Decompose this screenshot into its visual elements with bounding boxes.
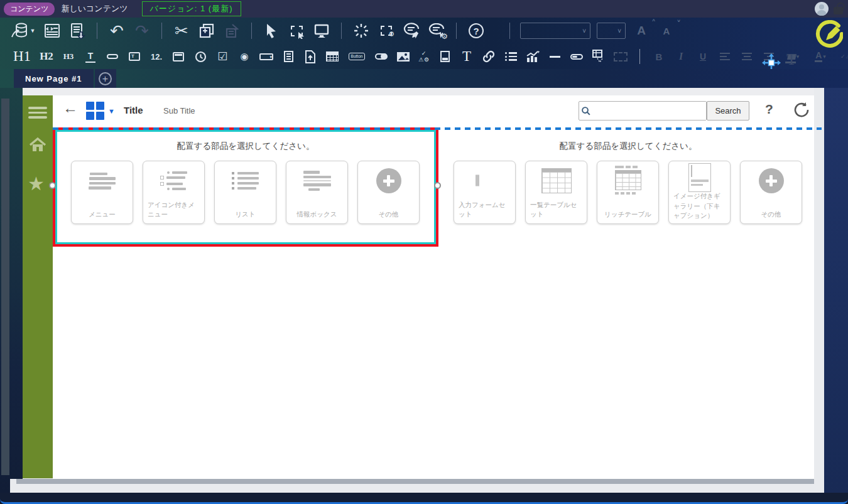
drop-guide-line — [53, 127, 822, 130]
copy-icon[interactable] — [197, 21, 216, 41]
image-icon[interactable] — [395, 47, 411, 66]
hyperlink-icon[interactable] — [481, 47, 497, 66]
cut-icon[interactable]: ✂ — [172, 21, 191, 41]
topbar: コンテンツ 新しいコンテンツ バージョン: 1 (最新) — [0, 0, 848, 18]
save-dropdown-caret[interactable]: ▼ — [30, 28, 36, 34]
bottombar — [0, 493, 848, 504]
align-center-icon — [739, 47, 755, 66]
font-size-select[interactable]: ˅ — [597, 23, 626, 39]
italic-button: I — [673, 47, 689, 66]
horizontal-scrollbar[interactable] — [10, 479, 824, 493]
help-icon[interactable]: ? — [467, 21, 486, 41]
home-icon[interactable] — [29, 137, 46, 156]
save-stack-icon[interactable]: ▼ — [9, 21, 36, 41]
page-subtitle: Sub Title — [163, 106, 195, 115]
refresh-icon[interactable] — [793, 102, 809, 121]
user-avatar-icon[interactable] — [815, 2, 829, 16]
toolbar: ▼ ↶ ↷ ✂ — [0, 18, 848, 69]
tile-info-box[interactable]: 情報ボックス — [286, 161, 348, 224]
page-tab[interactable]: New Page #1 — [14, 69, 94, 88]
heading3-button[interactable]: H3 — [60, 47, 77, 66]
favorite-star-icon[interactable]: ★ — [28, 174, 45, 193]
plus-icon: + — [99, 72, 112, 85]
add-page-button[interactable]: + — [95, 69, 116, 88]
number-field-icon[interactable]: 12. — [148, 47, 165, 66]
tile-icon-menu[interactable]: アイコン付きメニュー — [143, 161, 205, 224]
checkbox-icon[interactable]: ☑ — [214, 47, 231, 66]
tile-other-left[interactable]: その他 — [357, 161, 420, 224]
table-action-icon[interactable] — [590, 47, 607, 66]
tile-form-set[interactable]: 入力フォームセット — [454, 161, 516, 224]
text-field-icon[interactable]: T — [82, 47, 99, 66]
right-panel-tiles: 入力フォームセット 一覧テーブルセット リッチテーブル — [454, 161, 802, 224]
pointer-icon[interactable] — [262, 21, 281, 41]
tile-rich-table[interactable]: リッチテーブル — [597, 161, 659, 224]
tile-image-gallery[interactable]: イメージ付きギャラリー（下キャプション） — [668, 161, 731, 224]
radio-button-icon[interactable]: ◉ — [236, 47, 253, 66]
resize-handle-left[interactable] — [49, 182, 56, 189]
redo-icon: ↷ — [133, 21, 151, 41]
search-icon — [579, 104, 593, 118]
region-settings-icon[interactable]: ⚙ — [377, 21, 396, 41]
horizontal-rule-icon[interactable] — [546, 47, 563, 66]
dropdown-icon[interactable]: ▾ — [258, 47, 275, 66]
burst-icon[interactable] — [352, 21, 371, 41]
table-icon[interactable] — [324, 47, 340, 66]
heading1-button[interactable]: H1 — [11, 47, 33, 66]
region-select-icon[interactable] — [287, 21, 306, 41]
content-title: 新しいコンテンツ — [61, 3, 128, 14]
right-panel-header: 配置する部品を選択してください。 — [440, 141, 817, 152]
unlock-icon[interactable] — [834, 7, 843, 14]
preview-monitor-icon[interactable] — [312, 21, 331, 41]
chart-icon[interactable] — [525, 47, 541, 66]
tile-menu[interactable]: メニュー — [71, 161, 133, 224]
heading2-button[interactable]: H2 — [38, 47, 55, 66]
workspace: ★ ← ▼ Title Sub Title Search ? 配置する部品を選択… — [0, 88, 848, 493]
vertical-scrollbar-thumb[interactable] — [1, 99, 9, 475]
edit-mode-pencil-icon[interactable] — [814, 20, 843, 51]
form-set-icon — [454, 161, 515, 200]
bullet-list-icon[interactable] — [503, 47, 519, 66]
canvas-help-icon[interactable]: ? — [765, 102, 773, 117]
tile-other-right[interactable]: その他 — [740, 161, 802, 224]
horizontal-scrollbar-thumb[interactable] — [16, 479, 814, 484]
icon-menu-icon — [143, 161, 204, 200]
search-box[interactable] — [579, 101, 707, 121]
button-widget-icon[interactable]: Button — [346, 47, 367, 66]
undo-icon[interactable]: ↶ — [107, 21, 126, 41]
rich-table-icon — [597, 161, 658, 200]
layout-dropdown-caret[interactable]: ▼ — [108, 107, 115, 115]
pill-icon[interactable] — [568, 47, 585, 66]
time-field-icon[interactable] — [192, 47, 209, 66]
toggle-icon[interactable] — [373, 47, 389, 66]
export-document-icon[interactable] — [68, 21, 87, 41]
list-box-icon[interactable] — [280, 47, 296, 66]
layout-grid-icon[interactable] — [86, 102, 104, 120]
file-upload-icon[interactable] — [302, 47, 318, 66]
comment-edit-icon[interactable] — [402, 21, 421, 41]
hamburger-menu-icon[interactable] — [28, 104, 47, 121]
back-arrow-icon[interactable]: ← — [63, 100, 78, 115]
resize-handle-right[interactable] — [434, 182, 441, 189]
textarea-icon[interactable]: T — [126, 47, 143, 66]
text-widget-icon[interactable]: T — [459, 47, 475, 66]
gear-glyph: ⚙ — [441, 32, 448, 41]
status-icons-icon[interactable]: ✓⚠⚙ — [417, 47, 431, 66]
date-field-icon[interactable] — [170, 47, 187, 66]
image-card-icon[interactable] — [437, 47, 453, 66]
left-panel-header: 配置する部品を選択してください。 — [53, 141, 438, 152]
version-badge: バージョン: 1 (最新) — [142, 1, 241, 16]
search-button[interactable]: Search — [707, 101, 749, 121]
tabbar: New Page #1 + — [0, 69, 848, 88]
comment-settings-icon[interactable]: ⚙ — [427, 21, 446, 41]
table-set-icon — [526, 161, 587, 200]
tile-table-set[interactable]: 一覧テーブルセット — [525, 161, 587, 224]
tile-list[interactable]: リスト — [214, 161, 276, 224]
code-view-icon[interactable] — [43, 21, 62, 41]
page-title: Title — [124, 105, 143, 115]
gear-glyph: ⚙ — [388, 30, 394, 38]
search-input[interactable] — [593, 102, 706, 120]
font-family-select[interactable]: ˅ — [520, 23, 590, 39]
link-field-icon[interactable] — [104, 47, 121, 66]
app-window: コンテンツ 新しいコンテンツ バージョン: 1 (最新) ▼ ↶ ↷ ✂ — [0, 0, 848, 504]
